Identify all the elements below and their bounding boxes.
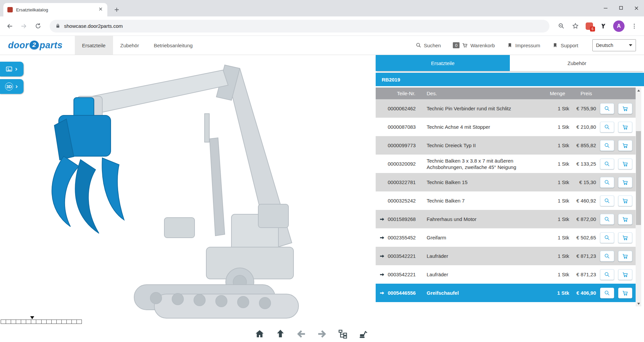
reload-icon[interactable] bbox=[34, 22, 42, 31]
table-row[interactable]: 0000320092 Technic Balken 3 x 3.8 x 7 mi… bbox=[376, 155, 636, 173]
browser-tab[interactable]: Ersatzteilkatalog bbox=[3, 3, 107, 16]
cart-icon bbox=[622, 271, 629, 278]
browser-menu-icon[interactable] bbox=[630, 22, 639, 31]
cart-icon bbox=[622, 197, 629, 204]
zoom-part-button[interactable] bbox=[600, 103, 614, 114]
bookmark-star-icon[interactable] bbox=[571, 22, 580, 31]
extension-icon-2[interactable] bbox=[599, 22, 608, 31]
table-row[interactable]: 0003542221 Laufräder 1 Stk € 871,23 bbox=[376, 247, 636, 265]
table-row[interactable]: 0000325242 Technic Balken 7 1 Stk € 460,… bbox=[376, 191, 636, 210]
add-to-cart-button[interactable] bbox=[618, 140, 632, 151]
forward-icon[interactable] bbox=[19, 22, 28, 31]
door2parts-logo[interactable]: door 2 parts bbox=[8, 40, 63, 51]
table-row[interactable]: 0000322781 Technic Balken 15 1 Stk € 15,… bbox=[376, 173, 636, 191]
profile-avatar[interactable]: A bbox=[613, 20, 625, 32]
table-row[interactable]: 0000099773 Technic Dreieck Typ II 1 Stk … bbox=[376, 136, 636, 155]
previous-icon[interactable] bbox=[296, 329, 307, 339]
add-to-cart-button[interactable] bbox=[618, 232, 632, 243]
tab-zubehoer[interactable]: Zubehör bbox=[510, 55, 644, 71]
slider-marker[interactable] bbox=[30, 316, 34, 319]
table-row[interactable]: 0000087083 Technic Achse 4 mit Stopper 1… bbox=[376, 118, 636, 136]
zoom-part-button[interactable] bbox=[600, 251, 614, 262]
table-row[interactable]: 0005446556 Greifschaufel 1 Stk € 406,90 bbox=[376, 284, 636, 302]
zoom-out-icon[interactable] bbox=[557, 22, 566, 31]
magnifier-icon bbox=[604, 105, 610, 112]
machine-view-icon[interactable] bbox=[358, 329, 369, 339]
part-number: 0002355452 bbox=[388, 235, 425, 240]
scrollbar-thumb[interactable] bbox=[636, 131, 641, 225]
zoom-part-button[interactable] bbox=[600, 288, 614, 298]
table-row[interactable]: 0002355452 Greifarm 1 Stk € 502,65 bbox=[376, 228, 636, 247]
scroll-down-icon[interactable] bbox=[636, 301, 641, 306]
part-price: € 460,92 bbox=[569, 198, 596, 204]
nav-item-zubehoer[interactable]: Zubehör bbox=[113, 36, 147, 55]
part-quantity: 1 Stk bbox=[546, 142, 569, 148]
home-icon[interactable] bbox=[254, 329, 265, 339]
slider-track[interactable] bbox=[1, 320, 82, 324]
extension-icon[interactable]: 6 bbox=[585, 22, 594, 31]
zoom-scale-slider[interactable] bbox=[1, 316, 82, 324]
part-price: € 855,82 bbox=[569, 142, 596, 148]
zoom-part-button[interactable] bbox=[600, 195, 614, 206]
tab-close-icon[interactable] bbox=[98, 6, 103, 13]
window-maximize-button[interactable] bbox=[613, 0, 629, 16]
table-row[interactable]: 0000062462 Technic Pin Verbinder rund mi… bbox=[376, 99, 636, 118]
search-button[interactable]: Suchen bbox=[416, 42, 441, 48]
zoom-part-button[interactable] bbox=[600, 140, 614, 151]
part-quantity: 1 Stk bbox=[546, 124, 569, 130]
add-to-cart-button[interactable] bbox=[618, 251, 632, 262]
next-icon[interactable] bbox=[317, 329, 327, 339]
add-to-cart-button[interactable] bbox=[618, 269, 632, 280]
part-price: € 406,90 bbox=[569, 290, 596, 296]
subassembly-arrow-icon bbox=[379, 216, 388, 222]
logo-text-right: parts bbox=[40, 40, 63, 51]
part-number: 0005446556 bbox=[388, 290, 425, 296]
tab-ersatzteile[interactable]: Ersatzteile bbox=[376, 55, 510, 71]
up-level-icon[interactable] bbox=[275, 329, 286, 339]
add-to-cart-button[interactable] bbox=[618, 195, 632, 206]
add-to-cart-button[interactable] bbox=[618, 288, 632, 298]
part-description: Fahrerhaus und Motor bbox=[425, 216, 546, 222]
column-part-number: Teile-Nr. bbox=[388, 91, 425, 96]
3d-view-button[interactable]: 3D bbox=[0, 79, 23, 94]
add-to-cart-button[interactable] bbox=[618, 103, 632, 114]
nav-item-betriebsanleitung[interactable]: Betriebsanleitung bbox=[146, 36, 200, 55]
browser-titlebar: Ersatzteilkatalog bbox=[0, 0, 644, 16]
back-icon[interactable] bbox=[5, 22, 14, 31]
cart-button[interactable]: 0 Warenkorb bbox=[453, 42, 495, 48]
assembly-tree-icon[interactable] bbox=[337, 329, 348, 339]
excavator-3d-view[interactable] bbox=[23, 60, 342, 322]
part-quantity: 1 Stk bbox=[546, 216, 569, 222]
chevron-right-icon bbox=[14, 67, 18, 71]
zoom-part-button[interactable] bbox=[600, 122, 614, 132]
subassembly-arrow-icon bbox=[379, 272, 388, 278]
zoom-part-button[interactable] bbox=[600, 159, 614, 169]
add-to-cart-button[interactable] bbox=[618, 159, 632, 169]
new-tab-button[interactable] bbox=[113, 6, 121, 14]
url-bar[interactable]: showcase.door2parts.com bbox=[50, 20, 549, 33]
impressum-link[interactable]: Impressum bbox=[507, 42, 540, 48]
add-to-cart-button[interactable] bbox=[618, 122, 632, 132]
language-select[interactable]: Deutsch bbox=[592, 39, 636, 51]
parts-table-body: 0000062462 Technic Pin Verbinder rund mi… bbox=[376, 99, 636, 302]
site-header: door 2 parts Ersatzteile Zubehör Betrieb… bbox=[0, 36, 644, 55]
table-scrollbar[interactable] bbox=[636, 88, 641, 306]
zoom-part-button[interactable] bbox=[600, 269, 614, 280]
zoom-part-button[interactable] bbox=[600, 214, 614, 225]
image-view-button[interactable] bbox=[0, 62, 23, 76]
scroll-up-icon[interactable] bbox=[636, 88, 641, 93]
window-minimize-button[interactable] bbox=[598, 0, 613, 16]
table-row[interactable]: 0001589268 Fahrerhaus und Motor 1 Stk € … bbox=[376, 210, 636, 228]
table-row[interactable]: 0003542221 Laufräder 1 Stk € 871,23 bbox=[376, 265, 636, 284]
assembly-group-header[interactable]: RB2019 bbox=[376, 73, 644, 86]
zoom-part-button[interactable] bbox=[600, 177, 614, 188]
model-viewer[interactable]: 3D bbox=[0, 55, 376, 342]
zoom-part-button[interactable] bbox=[600, 232, 614, 243]
nav-item-ersatzteile[interactable]: Ersatzteile bbox=[75, 36, 113, 55]
chevron-down-icon bbox=[629, 44, 632, 46]
cart-icon bbox=[622, 179, 629, 186]
add-to-cart-button[interactable] bbox=[618, 214, 632, 225]
add-to-cart-button[interactable] bbox=[618, 177, 632, 188]
window-close-button[interactable] bbox=[629, 0, 644, 16]
support-link[interactable]: Support bbox=[552, 42, 578, 48]
